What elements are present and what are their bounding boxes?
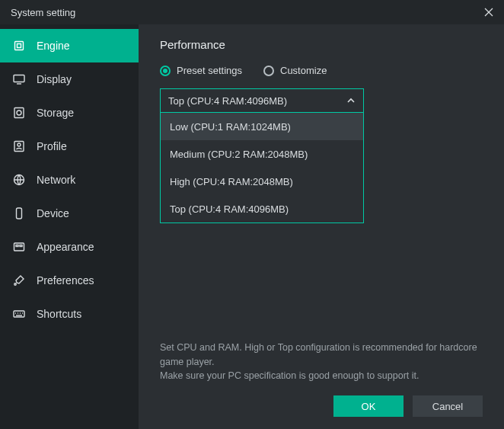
radio-label: Preset settings [177, 65, 242, 76]
engine-icon [12, 39, 26, 53]
sidebar-item-label: Display [37, 73, 72, 85]
window-title: System setting [0, 7, 474, 18]
profile-icon [12, 139, 26, 153]
preferences-icon [12, 274, 26, 287]
radio-dot-icon [263, 66, 274, 76]
cancel-button[interactable]: Cancel [413, 395, 483, 417]
svg-rect-14 [16, 245, 18, 247]
sidebar-item-network[interactable]: Network [0, 163, 139, 197]
svg-rect-2 [15, 42, 24, 50]
button-label: OK [362, 401, 376, 412]
svg-point-9 [18, 143, 21, 146]
close-button[interactable] [474, 0, 504, 24]
sidebar-item-label: Appearance [37, 241, 94, 253]
sidebar-item-shortcuts[interactable]: Shortcuts [0, 297, 139, 331]
description-line: Set CPU and RAM. High or Top configurati… [160, 341, 483, 370]
network-icon [12, 173, 26, 187]
sidebar: Engine Display Storage [0, 24, 139, 429]
sidebar-item-storage[interactable]: Storage [0, 96, 139, 130]
option-label: Low (CPU:1 RAM:1024MB) [170, 121, 291, 133]
svg-rect-4 [14, 75, 24, 82]
preset-option-top[interactable]: Top (CPU:4 RAM:4096MB) [161, 195, 363, 223]
option-label: High (CPU:4 RAM:2048MB) [170, 176, 293, 187]
sidebar-item-label: Preferences [37, 274, 94, 287]
preset-option-high[interactable]: High (CPU:4 RAM:2048MB) [161, 168, 363, 195]
sidebar-item-label: Network [37, 174, 75, 186]
titlebar: System setting [0, 0, 504, 24]
sidebar-item-preferences[interactable]: Preferences [0, 264, 139, 297]
chevron-up-icon [346, 96, 356, 105]
svg-rect-6 [14, 108, 24, 118]
ok-button[interactable]: OK [333, 395, 404, 417]
sidebar-item-profile[interactable]: Profile [0, 130, 139, 163]
svg-rect-11 [17, 208, 22, 219]
radio-label: Customize [280, 65, 327, 76]
option-label: Top (CPU:4 RAM:4096MB) [170, 203, 289, 215]
radio-preset-settings[interactable]: Preset settings [160, 65, 242, 76]
preset-select-wrap: Top (CPU:4 RAM:4096MB) Low (CPU:1 RAM:10… [160, 88, 364, 113]
preset-dropdown: Low (CPU:1 RAM:1024MB) Medium (CPU:2 RAM… [160, 113, 364, 223]
svg-rect-15 [20, 245, 22, 247]
sidebar-item-label: Device [37, 207, 69, 219]
preset-option-low[interactable]: Low (CPU:1 RAM:1024MB) [161, 113, 363, 140]
performance-title: Performance [160, 38, 483, 51]
main-panel: Performance Preset settings Customize To… [139, 24, 504, 429]
sidebar-item-label: Storage [37, 107, 74, 119]
sidebar-item-label: Shortcuts [37, 308, 81, 320]
device-icon [12, 206, 26, 220]
description-line: Make sure your PC specification is good … [160, 369, 483, 383]
window-body: Engine Display Storage [0, 24, 504, 429]
sidebar-item-label: Engine [37, 40, 70, 52]
appearance-icon [12, 240, 26, 254]
settings-mode-radio-group: Preset settings Customize [160, 65, 483, 76]
display-icon [12, 72, 26, 86]
option-label: Medium (CPU:2 RAM:2048MB) [170, 149, 308, 160]
description-text: Set CPU and RAM. High or Top configurati… [160, 341, 483, 383]
storage-icon [12, 106, 26, 120]
shortcuts-icon [12, 307, 26, 321]
dialog-buttons: OK Cancel [333, 395, 483, 417]
radio-dot-icon [160, 66, 171, 76]
sidebar-item-label: Profile [37, 140, 67, 152]
sidebar-item-device[interactable]: Device [0, 197, 139, 230]
preset-select-value: Top (CPU:4 RAM:4096MB) [168, 95, 287, 107]
radio-customize[interactable]: Customize [263, 65, 327, 76]
svg-rect-3 [18, 44, 21, 48]
svg-point-7 [17, 110, 21, 115]
close-icon [484, 8, 493, 17]
preset-option-medium[interactable]: Medium (CPU:2 RAM:2048MB) [161, 140, 363, 168]
svg-rect-17 [14, 311, 24, 317]
sidebar-item-engine[interactable]: Engine [0, 29, 139, 62]
preset-select[interactable]: Top (CPU:4 RAM:4096MB) [160, 88, 364, 113]
svg-point-16 [14, 283, 16, 285]
sidebar-item-appearance[interactable]: Appearance [0, 230, 139, 264]
sidebar-item-display[interactable]: Display [0, 62, 139, 96]
settings-window: System setting Engine [0, 0, 504, 429]
button-label: Cancel [432, 401, 463, 412]
